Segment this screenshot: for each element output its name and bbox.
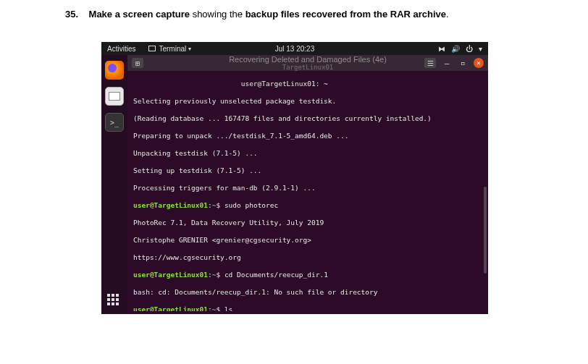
terminal-dock-icon[interactable]: >_ xyxy=(105,113,124,132)
terminal-titlebar: ⊞ Recovering Deleted and Damaged Files (… xyxy=(127,55,488,71)
chevron-down-icon: ▾ xyxy=(479,45,482,53)
gnome-dock: >_ xyxy=(101,55,127,314)
close-button[interactable]: × xyxy=(474,58,484,68)
window-title-overlay: Recovering Deleted and Damaged Files (4e… xyxy=(229,55,387,71)
prompt-line: user@TargetLinux01:~$ ls xyxy=(133,305,484,311)
terminal-icon xyxy=(148,46,156,51)
instruction-bold-2: backup files recovered from the RAR arch… xyxy=(245,9,446,20)
gnome-topbar: Activities Terminal ▾ Jul 13 20:23 ⧓ 🔊 ⏻… xyxy=(101,42,488,55)
volume-icon: 🔊 xyxy=(451,45,460,53)
power-icon: ⏻ xyxy=(466,45,473,53)
new-tab-button[interactable]: ⊞ xyxy=(132,58,143,68)
prompt-line: user@TargetLinux01:~$ sudo photorec xyxy=(133,201,484,210)
maximize-button[interactable]: ▫ xyxy=(458,58,468,68)
hamburger-menu-button[interactable]: ☰ xyxy=(424,58,436,68)
files-icon[interactable] xyxy=(105,87,124,106)
network-icon: ⧓ xyxy=(438,45,445,53)
instruction-number: 35. xyxy=(65,9,78,20)
scrollbar[interactable] xyxy=(484,187,487,274)
instruction-bold-1: Make a screen capture xyxy=(89,9,190,20)
show-apps-icon[interactable] xyxy=(107,294,122,308)
chevron-down-icon: ▾ xyxy=(188,46,191,52)
minimize-button[interactable]: — xyxy=(442,58,452,68)
clock[interactable]: Jul 13 20:23 xyxy=(275,45,315,53)
terminal-app-menu[interactable]: Terminal ▾ xyxy=(148,45,191,53)
firefox-icon[interactable] xyxy=(105,61,124,80)
system-tray[interactable]: ⧓ 🔊 ⏻ ▾ xyxy=(438,45,482,53)
activities-button[interactable]: Activities xyxy=(101,45,135,53)
screenshot-image: Activities Terminal ▾ Jul 13 20:23 ⧓ 🔊 ⏻… xyxy=(101,42,488,314)
prompt-line: user@TargetLinux01:~$ cd Documents/reecu… xyxy=(133,271,484,279)
instruction-text: 35. Make a screen capture showing the ba… xyxy=(65,9,449,20)
terminal-output[interactable]: user@TargetLinux01: ~ Selecting previous… xyxy=(133,71,484,311)
